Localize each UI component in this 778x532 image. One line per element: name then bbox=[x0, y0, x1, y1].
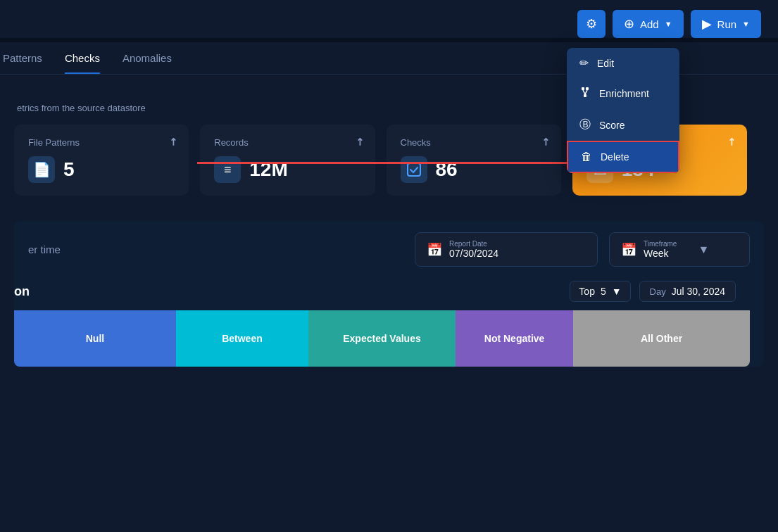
gear-icon: ⚙ bbox=[586, 16, 597, 32]
delete-icon: 🗑 bbox=[581, 151, 592, 163]
timeframe-value: Week bbox=[644, 248, 677, 259]
distribution-header: on Top 5 ▼ Day Jul 30, 2024 bbox=[14, 281, 750, 310]
timeframe-input[interactable]: 📅 Timeframe Week ▼ bbox=[609, 232, 750, 267]
edit-label: Edit bbox=[597, 58, 614, 69]
add-icon: ⊕ bbox=[624, 16, 634, 32]
timeframe-label: Timeframe bbox=[644, 240, 677, 248]
checks-icon bbox=[401, 156, 427, 183]
report-date-calendar-icon: 📅 bbox=[427, 242, 442, 258]
dropdown-edit[interactable]: ✏ Edit bbox=[567, 48, 679, 78]
filter-label: er time bbox=[28, 243, 61, 255]
records-card[interactable]: Records ↗ ≡ 12M bbox=[200, 125, 375, 196]
gear-button[interactable]: ⚙ bbox=[577, 10, 606, 38]
distribution-section: on Top 5 ▼ Day Jul 30, 2024 Null Between… bbox=[14, 272, 764, 367]
timeframe-calendar-icon: 📅 bbox=[621, 242, 636, 258]
svg-rect-0 bbox=[408, 163, 420, 176]
tab-patterns[interactable]: Patterns bbox=[0, 52, 42, 74]
enrichment-label: Enrichment bbox=[599, 88, 649, 99]
day-label: Day bbox=[650, 286, 666, 297]
bar-between: Between bbox=[176, 310, 308, 367]
svg-line-5 bbox=[585, 90, 587, 94]
bar-null: Null bbox=[14, 310, 176, 367]
bar-chart: Null Between Expected Values Not Negativ… bbox=[14, 310, 750, 367]
run-chevron-icon: ▼ bbox=[742, 20, 750, 28]
checks-card[interactable]: Checks ↗ 86 bbox=[387, 125, 561, 196]
bar-not-negative: Not Negative bbox=[456, 310, 573, 367]
filter-section: er time 📅 Report Date 07/30/2024 📅 Timef… bbox=[14, 221, 764, 272]
tab-checks[interactable]: Checks bbox=[65, 52, 100, 74]
checks-arrow-icon: ↗ bbox=[539, 134, 553, 148]
top-dropdown-icon: ▼ bbox=[612, 286, 622, 297]
svg-rect-2 bbox=[586, 87, 589, 90]
tab-anomalies[interactable]: Anomalies bbox=[123, 52, 172, 74]
report-date-label: Report Date bbox=[449, 240, 498, 248]
file-patterns-card[interactable]: File Patterns ↗ 📄 5 bbox=[14, 125, 189, 196]
bar-all-other: All Other bbox=[573, 310, 750, 367]
checks-title: Checks ↗ bbox=[401, 137, 547, 148]
records-arrow-icon: ↗ bbox=[353, 134, 367, 148]
distribution-controls: Top 5 ▼ Day Jul 30, 2024 bbox=[570, 281, 736, 302]
dropdown-menu: ✏ Edit Enrichment Ⓑ Score 🗑 Delete bbox=[567, 48, 679, 173]
svg-rect-1 bbox=[582, 87, 584, 90]
run-label: Run bbox=[717, 18, 737, 30]
add-button[interactable]: ⊕ Add ▼ bbox=[613, 10, 684, 38]
header: ⚙ ⊕ Add ▼ ▶ Run ▼ bbox=[0, 0, 778, 38]
report-date-value: 07/30/2024 bbox=[449, 248, 498, 259]
file-patterns-title: File Patterns ↗ bbox=[28, 137, 175, 148]
records-value: ≡ 12M bbox=[214, 156, 360, 183]
records-title: Records ↗ bbox=[214, 137, 360, 148]
edit-icon: ✏ bbox=[579, 56, 589, 70]
day-value: Jul 30, 2024 bbox=[672, 286, 725, 297]
score-icon: Ⓑ bbox=[579, 118, 591, 132]
run-button[interactable]: ▶ Run ▼ bbox=[691, 10, 761, 38]
file-patterns-icon: 📄 bbox=[28, 156, 55, 183]
top-label: Top bbox=[579, 286, 595, 297]
dropdown-delete[interactable]: 🗑 Delete bbox=[567, 141, 679, 173]
timeframe-dropdown-icon: ▼ bbox=[698, 243, 709, 256]
svg-line-4 bbox=[583, 90, 585, 94]
file-patterns-value: 📄 5 bbox=[28, 156, 175, 183]
bar-expected-values: Expected Values bbox=[308, 310, 456, 367]
enrichment-icon bbox=[579, 87, 591, 101]
records-icon: ≡ bbox=[214, 156, 241, 183]
run-icon: ▶ bbox=[702, 16, 712, 32]
svg-rect-3 bbox=[584, 94, 586, 97]
file-patterns-arrow-icon: ↗ bbox=[166, 134, 180, 148]
day-selector[interactable]: Day Jul 30, 2024 bbox=[639, 281, 736, 302]
checks-value: 86 bbox=[401, 156, 547, 183]
delete-label: Delete bbox=[601, 151, 629, 163]
score-label: Score bbox=[599, 120, 625, 131]
anomalies-arrow-icon: ↗ bbox=[724, 134, 739, 148]
top-value: 5 bbox=[601, 286, 606, 297]
add-chevron-icon: ▼ bbox=[665, 20, 672, 28]
dropdown-enrichment[interactable]: Enrichment bbox=[567, 78, 679, 109]
report-date-input[interactable]: 📅 Report Date 07/30/2024 bbox=[415, 232, 598, 267]
top-selector[interactable]: Top 5 ▼ bbox=[570, 281, 630, 302]
add-label: Add bbox=[640, 18, 659, 30]
dropdown-score[interactable]: Ⓑ Score bbox=[567, 109, 679, 141]
distribution-title: on bbox=[14, 284, 30, 299]
